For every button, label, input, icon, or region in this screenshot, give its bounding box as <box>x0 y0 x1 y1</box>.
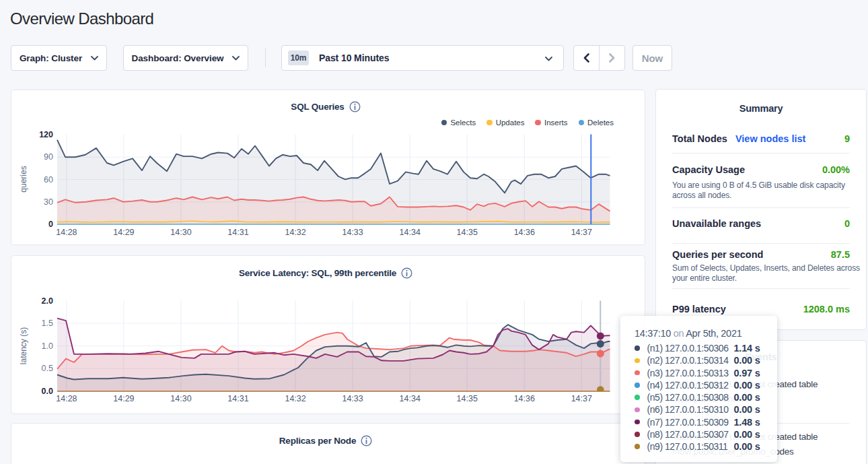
svg-text:14:28: 14:28 <box>56 228 77 237</box>
svg-text:0: 0 <box>48 220 53 229</box>
svg-text:1.0: 1.0 <box>42 341 53 351</box>
svg-text:14:36: 14:36 <box>514 394 535 403</box>
svg-text:14:29: 14:29 <box>113 228 134 237</box>
svg-text:60: 60 <box>44 175 53 185</box>
svg-text:queries: queries <box>19 166 28 192</box>
svg-text:14:35: 14:35 <box>457 228 478 237</box>
svg-text:2.0: 2.0 <box>42 296 53 306</box>
svg-text:14:30: 14:30 <box>170 228 191 237</box>
svg-text:14:29: 14:29 <box>113 394 134 403</box>
svg-text:14:37: 14:37 <box>571 228 592 237</box>
svg-text:90: 90 <box>44 152 53 162</box>
svg-text:14:37: 14:37 <box>571 394 592 403</box>
svg-text:1.5: 1.5 <box>42 319 53 328</box>
svg-text:14:32: 14:32 <box>285 228 305 237</box>
svg-text:14:35: 14:35 <box>457 394 478 403</box>
svg-text:30: 30 <box>44 197 53 207</box>
svg-text:14:32: 14:32 <box>285 394 305 403</box>
svg-text:120: 120 <box>39 130 53 139</box>
svg-text:14:34: 14:34 <box>400 394 421 403</box>
svg-text:0.5: 0.5 <box>42 364 53 373</box>
svg-text:14:31: 14:31 <box>227 228 248 237</box>
svg-text:14:36: 14:36 <box>514 228 535 237</box>
svg-text:14:28: 14:28 <box>56 394 77 403</box>
svg-text:14:30: 14:30 <box>170 394 191 403</box>
svg-text:14:34: 14:34 <box>400 228 421 237</box>
svg-text:14:33: 14:33 <box>342 228 363 237</box>
svg-text:14:31: 14:31 <box>227 394 248 403</box>
svg-text:latency (s): latency (s) <box>19 327 28 364</box>
svg-text:0.0: 0.0 <box>42 387 53 396</box>
svg-text:14:33: 14:33 <box>342 394 363 403</box>
